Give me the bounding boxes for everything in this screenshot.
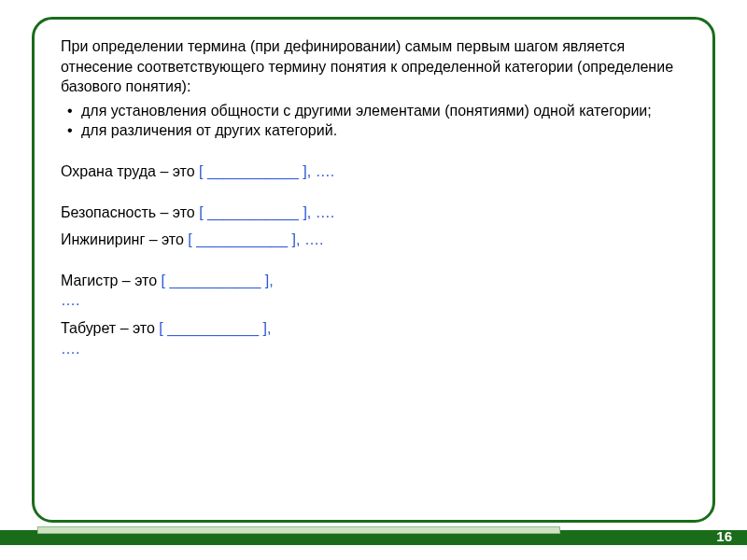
ellipsis: ….	[316, 163, 334, 179]
ellipsis: ….	[61, 292, 79, 308]
blank-placeholder: ___________	[169, 273, 261, 288]
example-term: Инжиниринг	[61, 231, 145, 247]
example-sep: – это	[145, 231, 188, 247]
example-line: Инжиниринг – это [ ___________ ], ….	[61, 230, 688, 250]
example-line: Табурет – это [ ___________ ], ….	[61, 318, 688, 358]
example-term: Табурет	[61, 320, 116, 336]
example-sep: – это	[118, 273, 161, 288]
example-sep: – это	[116, 320, 159, 336]
ellipsis: ….	[316, 204, 334, 220]
blank-placeholder: ___________	[167, 320, 259, 336]
bracket-open: [	[199, 204, 207, 220]
bullet-list: для установления общности с другими элем…	[61, 101, 688, 141]
blank-placeholder: ___________	[207, 204, 299, 220]
page-number: 16	[716, 528, 732, 544]
example-sep: – это	[156, 204, 199, 220]
example-term: Безопасность	[61, 204, 156, 220]
bracket-open: [	[188, 231, 196, 247]
example-line: Безопасность – это [ ___________ ], ….	[61, 203, 688, 223]
ellipsis: ….	[304, 231, 323, 247]
slide-frame: При определении термина (при дефинирован…	[32, 17, 715, 523]
example-term: Охрана труда	[61, 163, 156, 179]
bracket-close: ],	[299, 163, 316, 179]
example-line: Охрана труда – это [ ___________ ], ….	[61, 161, 688, 182]
examples-block: Охрана труда – это [ ___________ ], …. Б…	[61, 161, 688, 358]
example-line: Магистр – это [ ___________ ], ….	[61, 271, 688, 311]
bracket-close: ],	[261, 273, 273, 288]
footer-bar-decor	[37, 526, 560, 534]
bullet-item: для установления общности с другими элем…	[61, 101, 688, 121]
example-term: Магистр	[61, 273, 118, 288]
ellipsis: ….	[61, 341, 79, 357]
blank-placeholder: ___________	[196, 231, 288, 247]
bracket-open: [	[159, 320, 167, 336]
bullet-item: для различения от других категорий.	[61, 120, 688, 141]
example-sep: – это	[156, 163, 199, 179]
footer-bar: 16	[0, 526, 747, 547]
bracket-close: ],	[288, 231, 304, 247]
bracket-close: ],	[299, 204, 316, 220]
intro-paragraph: При определении термина (при дефинирован…	[61, 36, 688, 97]
bracket-open: [	[199, 163, 207, 179]
blank-placeholder: ___________	[207, 163, 299, 179]
bracket-close: ],	[259, 320, 271, 336]
